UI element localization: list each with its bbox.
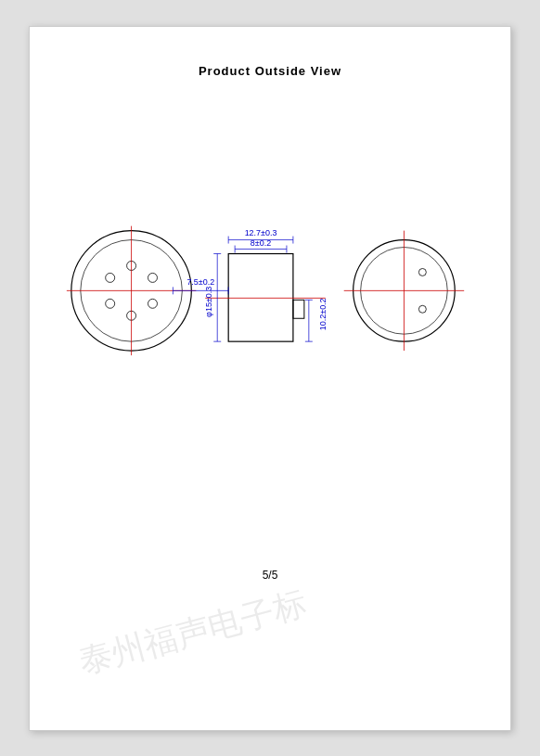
svg-point-5	[106, 299, 115, 308]
svg-rect-10	[228, 253, 293, 341]
svg-rect-11	[293, 300, 304, 318]
svg-text:10.2±0.2: 10.2±0.2	[318, 298, 328, 330]
svg-point-6	[148, 273, 158, 282]
svg-text:8±0.2: 8±0.2	[251, 237, 271, 247]
svg-text:12.7±0.3: 12.7±0.3	[245, 227, 277, 237]
svg-text:7.5±0.2: 7.5±0.2	[186, 277, 214, 287]
page-number: 5/5	[263, 569, 278, 582]
svg-point-15	[418, 268, 426, 275]
svg-point-7	[148, 299, 158, 308]
svg-point-16	[418, 305, 426, 313]
svg-text:φ15±0.3: φ15±0.3	[204, 286, 213, 316]
page: Product Outside View	[29, 26, 511, 731]
svg-point-4	[106, 273, 115, 282]
